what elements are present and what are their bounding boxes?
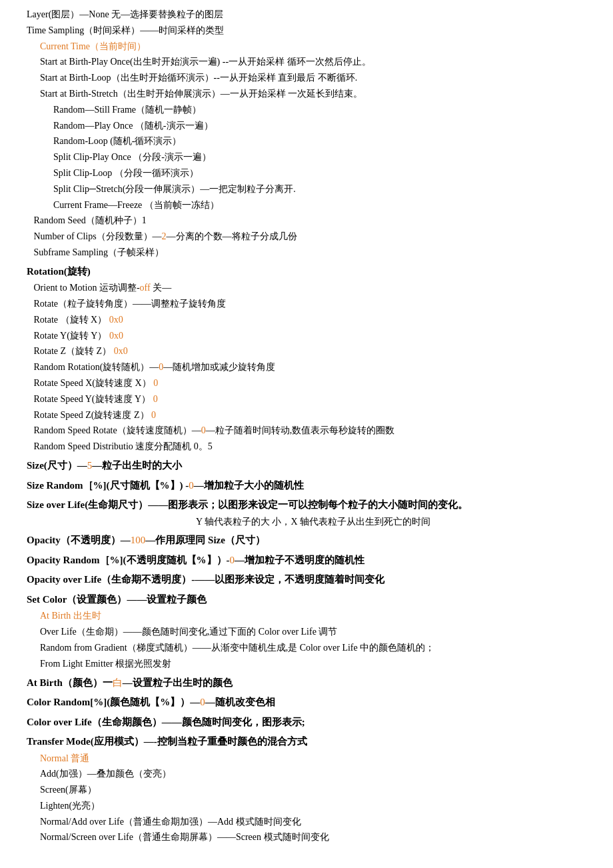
section-opacity-random: Opacity Random［%](不透明度随机【%】）-0—增加粒子不透明度的… [27, 552, 600, 569]
section-rotation: Rotation(旋转) [27, 263, 600, 281]
line-time-sampling: Time Sampling（时间采样）——时间采样的类型 [27, 23, 600, 39]
line-random-rotation: Random Rotation(旋转随机）—0—随机增加或减少旋转角度 [27, 359, 600, 375]
line-random-speed-rotate: Random Speed Rotate（旋转速度随机）—0—粒子随着时间转动,数… [27, 423, 600, 439]
line-rotate-y: Rotate Y(旋转 Y） 0x0 [27, 328, 600, 344]
section-at-birth-color: At Birth（颜色）一白—设置粒子出生时的颜色 [27, 675, 600, 692]
line-add: Add(加强）—叠加颜色（变亮） [27, 766, 600, 782]
line-random-still: Random—Still Frame（随机一静帧） [27, 102, 600, 118]
section-opacity: Opacity（不透明度）—100—作用原理同 Size（尺寸） [27, 532, 600, 549]
line-rotate-desc: Rotate（粒子旋转角度）——调整粒子旋转角度 [27, 296, 600, 312]
line-subframe-sampling: Subframe Sampling（子帧采样） [27, 245, 600, 261]
line-random-loop: Random-Loop (随机-循环演示） [27, 133, 600, 149]
line-from-light-emitter: From Light Emitter 根据光照发射 [27, 656, 600, 672]
section-set-color: Set Color（设置颜色）——设置粒子颜色 [27, 591, 600, 609]
line-split-clip-stretch: Split Clip─Stretch(分段一伸展演示）—一把定制粒子分离开. [27, 181, 600, 197]
line-number-of-clips: Number of Clips（分段数量）—2—分离的个数—将粒子分成几份 [27, 229, 600, 245]
line-screen: Screen(屏幕） [27, 782, 600, 798]
line-start-birth-play: Start at Birth-Play Once(出生时开始演示一遍) --一从… [27, 54, 600, 70]
line-random-from-gradient: Random from Gradient（梯度式随机）——从渐变中随机生成,是 … [27, 640, 600, 656]
line-rotate-z: Rotate Z（旋转 Z） 0x0 [27, 343, 600, 359]
section-color-over-life: Color over Life（生命期颜色）——颜色随时间变化，图形表示; [27, 714, 600, 731]
line-start-birth-stretch: Start at Birth-Stretch（出生时开始伸展演示）—一从开始采样… [27, 86, 600, 102]
section-transfer-mode: Transfer Mode(应用模式）—-控制当粒子重叠时颜色的混合方式 [27, 733, 600, 751]
line-orient-to-motion: Orient to Motion 运动调整-off 关— [27, 280, 600, 296]
line-current-frame-freeze: Current Frame—Freeze （当前帧一冻结） [27, 197, 600, 213]
line-random-seed: Random Seed（随机种子）1 [27, 213, 600, 229]
line-size-over-life-desc: Y 轴代表粒子的大 小，X 轴代表粒子从出生到死亡的时间 [27, 514, 600, 530]
line-over-life-sub: Over Life（生命期）——颜色随时间变化,通过下面的 Color over… [27, 624, 600, 640]
line-rotate-speed-y: Rotate Speed Y(旋转速度 Y） 0 [27, 391, 600, 407]
line-start-birth-loop: Start at Birth-Loop（出生时开始循环演示）--一从开始采样 直… [27, 70, 600, 86]
section-opacity-over-life: Opacity over Life（生命期不透明度）-——以图形来设定，不透明度… [27, 571, 600, 589]
line-normal: Normal 普通 [27, 751, 600, 767]
section-size-over-life: Size over Life(生命期尺寸）——图形表示；以图形来设定一可以控制每… [27, 497, 600, 514]
section-size: Size(尺寸）—5—粒子出生时的大小 [27, 457, 600, 475]
line-random-play-once: Random—Play Once （随机-演示一遍） [27, 118, 600, 134]
line-lighten: Lighten(光亮） [27, 798, 600, 814]
line-at-birth-sub: At Birth 出生时 [27, 608, 600, 624]
line-rotate-x: Rotate （旋转 X） 0x0 [27, 312, 600, 328]
main-content: Layer(图层）—None 无—选择要替换粒子的图层 Time Samplin… [27, 7, 600, 845]
section-size-random: Size Random［%](尺寸随机【%】) -0—增加粒子大小的随机性 [27, 477, 600, 495]
line-split-clip-play-once: Split Clip-Play Once （分段-演示一遍） [27, 149, 600, 165]
line-rotate-speed-x: Rotate Speed X(旋转速度 X） 0 [27, 375, 600, 391]
line-random-speed-distrib: Random Speed Distributio 速度分配随机 0。5 [27, 439, 600, 455]
line-current-time: Current Time（当前时间） [27, 39, 600, 55]
line-normal-screen-over-life: Normal/Screen over Life（普通生命期屏幕）——Screen… [27, 829, 600, 845]
line-normal-add-over-life: Normal/Add over Life（普通生命期加强）—Add 模式随时间变… [27, 814, 600, 830]
section-color-random: Color Random[%](颜色随机【%】）—0—随机改变色相 [27, 694, 600, 711]
line-layer: Layer(图层）—None 无—选择要替换粒子的图层 [27, 7, 600, 23]
line-split-clip-loop: Split Clip-Loop （分段一循环演示） [27, 165, 600, 181]
line-rotate-speed-z: Rotate Speed Z(旋转速度 Z） 0 [27, 407, 600, 423]
